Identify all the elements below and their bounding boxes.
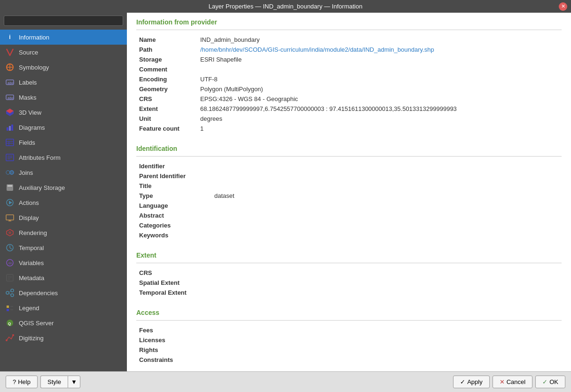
identification-table: Identifier Parent Identifier Title [136,161,562,240]
sidebar-label-display: Display [19,214,39,221]
titlebar: Layer Properties — IND_admin_boundary — … [0,0,571,13]
field-value-abstract [211,211,562,220]
cancel-button[interactable]: ✕ Cancel [493,376,532,388]
table-row: Keywords [136,230,562,240]
sidebar-item-variables[interactable]: ∞ Variables [0,255,127,270]
close-button[interactable]: ✕ [559,2,567,11]
sidebar-label-legend: Legend [19,305,39,312]
svg-point-41 [11,289,14,292]
field-value-crs: EPSG:4326 - WGS 84 - Geographic [197,94,562,104]
table-row: Name IND_admin_boundary [136,35,562,45]
sidebar-label-masks: Masks [19,94,37,101]
search-input[interactable] [4,16,123,26]
table-row: Title [136,181,562,191]
sidebar-item-qgis-server[interactable]: Q QGIS Server [0,315,127,330]
sidebar-item-legend[interactable]: Legend [0,300,127,315]
table-row: Extent 68.1862487799999997,6.75425577000… [136,104,562,114]
table-row: Encoding UTF-8 [136,74,562,84]
sidebar-item-metadata[interactable]: Metadata [0,270,127,285]
sidebar-item-labels[interactable]: abc Labels [0,75,127,90]
style-dropdown-button[interactable]: ▼ [68,376,80,388]
sidebar-label-information: Information [19,34,49,41]
sidebar: i Information Source Symbology [0,13,127,371]
field-label-name: Name [136,35,197,45]
field-value-title [211,181,562,191]
sidebar-item-joins[interactable]: Joins [0,165,127,180]
field-label-feature-count: Feature count [136,124,197,133]
section-title-extent: Extent [136,251,562,259]
sidebar-label-attributes-form: Attributes Form [19,154,61,161]
field-label-comment: Comment [136,64,197,74]
table-row: Type dataset [136,191,562,201]
window-title: Layer Properties — IND_admin_boundary — … [209,3,362,10]
metadata-icon [5,273,15,283]
digitizing-icon [5,333,15,343]
masks-icon: abc [5,92,15,102]
sidebar-item-temporal[interactable]: Temporal [0,240,127,255]
sidebar-label-dependencies: Dependencies [19,290,58,297]
field-label-extent: Extent [136,104,197,114]
variables-icon: ∞ [5,258,15,268]
sidebar-item-display[interactable]: Display [0,210,127,225]
sidebar-item-dependencies[interactable]: Dependencies [0,285,127,300]
sidebar-label-3d-view: 3D View [19,109,41,116]
divider-identification [136,156,562,157]
sidebar-item-source[interactable]: Source [0,45,127,60]
field-label-categories: Categories [136,220,211,230]
field-value-categories [211,220,562,230]
sidebar-item-actions[interactable]: Actions [0,195,127,210]
content-area: Information from provider Name IND_admin… [127,13,571,371]
field-label-type: Type [136,191,211,201]
sidebar-item-rendering[interactable]: Rendering [0,225,127,240]
apply-button[interactable]: ✓ Apply [453,376,490,388]
information-icon: i [5,32,15,42]
actions-icon [5,197,15,208]
sidebar-label-fields: Fields [19,139,35,146]
diagrams-icon [5,122,15,133]
section-title-info: Information from provider [136,18,562,26]
content-scroll[interactable]: Information from provider Name IND_admin… [127,13,571,371]
sidebar-item-auxiliary-storage[interactable]: Auxiliary Storage [0,180,127,195]
style-button[interactable]: Style [40,376,68,388]
svg-rect-27 [6,215,14,220]
field-value-unit: degrees [197,114,562,124]
sidebar-item-attributes-form[interactable]: Attributes Form [0,150,127,165]
temporal-icon [5,243,15,253]
sidebar-label-temporal: Temporal [19,244,44,251]
sidebar-item-information[interactable]: i Information [0,30,127,45]
legend-icon [5,303,15,313]
ok-button[interactable]: ✓ OK [535,376,565,388]
field-label-path: Path [136,45,197,55]
field-value-geometry: Polygon (MultiPolygon) [197,84,562,94]
main-content: i Information Source Symbology [0,13,571,371]
field-label-encoding: Encoding [136,74,197,84]
field-label-language: Language [136,201,211,211]
sidebar-item-symbology[interactable]: Symbology [0,60,127,75]
help-button[interactable]: ? Help [6,376,38,388]
field-label-parent-identifier: Parent Identifier [136,171,211,181]
symbology-icon [5,62,15,72]
field-label-storage: Storage [136,55,197,64]
section-identification: Identification Identifier Parent Identif… [127,139,571,246]
sidebar-item-diagrams[interactable]: Diagrams [0,120,127,135]
divider-access [136,320,562,321]
sidebar-item-digitizing[interactable]: Digitizing [0,330,127,345]
svg-marker-26 [9,201,12,204]
cancel-label: Cancel [507,378,525,385]
attributes-form-icon [5,152,15,163]
auxiliary-storage-icon [5,182,15,193]
field-label-rights: Rights [136,345,562,355]
sidebar-item-masks[interactable]: abc Masks [0,90,127,105]
field-label-fees: Fees [136,325,562,335]
sidebar-item-fields[interactable]: Fields [0,135,127,150]
help-label: Help [18,378,31,385]
table-row: CRS [136,268,562,278]
sidebar-item-3d-view[interactable]: 3D View [0,105,127,120]
sidebar-label-qgis-server: QGIS Server [19,320,54,327]
table-row: Temporal Extent [136,288,562,298]
field-value-storage: ESRI Shapefile [197,55,562,64]
svg-point-20 [6,171,10,174]
field-label-keywords: Keywords [136,230,211,240]
table-row: CRS EPSG:4326 - WGS 84 - Geographic [136,94,562,104]
table-row: Parent Identifier [136,171,562,181]
